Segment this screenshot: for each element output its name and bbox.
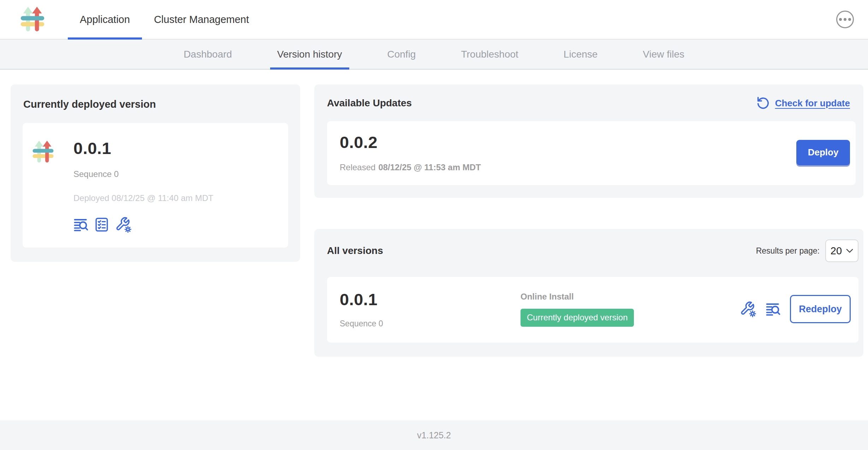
version-number: 0.0.1 [340,290,521,309]
redeploy-button[interactable]: Redeploy [790,295,851,323]
version-sequence: Sequence 0 [340,319,521,328]
deploy-button[interactable]: Deploy [796,140,850,165]
ellipsis-dot-icon [839,18,842,21]
deployed-version-number: 0.0.1 [73,138,213,158]
tab-config-label: Config [387,49,416,60]
tab-version-history-label: Version history [277,49,342,60]
all-versions-card: All versions Results per page: 20 0.0.1 … [314,229,863,357]
deployed-version-info: 0.0.1 Sequence 0 Deployed 08/12/25 @ 11:… [73,138,213,233]
topnav-tab-application-label: Application [80,14,130,25]
edit-config-icon[interactable] [115,217,131,233]
check-for-update-label: Check for update [775,98,850,109]
preflight-checks-icon[interactable] [94,217,109,232]
overflow-menu-button[interactable] [836,11,854,28]
version-row-actions: Redeploy [740,295,852,323]
tab-version-history[interactable]: Version history [270,40,349,69]
topnav-tab-cluster-management-label: Cluster Management [154,14,249,25]
update-row: 0.0.2 Released08/12/25 @ 11:53 am MDT De… [327,121,856,185]
all-versions-header: All versions Results per page: 20 [327,239,858,262]
app-logo [32,140,54,233]
deployed-sequence: Sequence 0 [73,169,213,179]
view-logs-icon[interactable] [73,217,88,232]
available-updates-card: Available Updates Check for update 0.0.2… [314,84,863,198]
ellipsis-dot-icon [848,18,851,21]
results-per-page: Results per page: 20 [756,239,858,262]
ellipsis-dot-icon [844,18,846,21]
all-versions-title: All versions [327,245,383,256]
deployed-version-panel: 0.0.1 Sequence 0 Deployed 08/12/25 @ 11:… [23,123,288,248]
chevron-down-icon [846,249,853,253]
topnav-right [836,0,868,39]
refresh-ccw-icon [756,96,770,110]
version-row-status: Online Install Currently deployed versio… [521,292,740,327]
tab-license-label: License [564,49,598,60]
tab-dashboard-label: Dashboard [184,49,232,60]
results-per-page-select[interactable]: 20 [825,239,858,262]
version-row: 0.0.1 Sequence 0 Online Install Currentl… [327,277,858,343]
released-prefix: Released [340,162,375,172]
app-subnav: Dashboard Version history Config Trouble… [0,40,868,70]
right-column: Available Updates Check for update 0.0.2… [314,84,863,357]
tab-troubleshoot[interactable]: Troubleshoot [454,40,525,69]
tab-view-files-label: View files [643,49,684,60]
available-updates-header: Available Updates Check for update [327,96,856,110]
app-logo-icon [20,6,44,33]
tab-dashboard[interactable]: Dashboard [177,40,239,69]
topnav-tabs: Application Cluster Management [68,0,261,39]
tab-license[interactable]: License [557,40,605,69]
app-logo-icon [32,140,54,164]
deployed-card-title: Currently deployed version [23,99,288,110]
available-updates-title: Available Updates [327,97,412,109]
top-navbar: Application Cluster Management [0,0,868,40]
install-type-label: Online Install [521,292,740,302]
update-version-number: 0.0.2 [340,132,481,152]
app-logo [20,0,44,39]
console-version: v1.125.2 [417,430,451,440]
tab-config[interactable]: Config [380,40,423,69]
version-row-info: 0.0.1 Sequence 0 [340,290,521,328]
tab-view-files[interactable]: View files [636,40,691,69]
results-per-page-label: Results per page: [756,246,820,256]
update-info: 0.0.2 Released08/12/25 @ 11:53 am MDT [340,132,481,172]
deployed-timestamp: Deployed 08/12/25 @ 11:40 am MDT [73,193,213,203]
check-for-update-link[interactable]: Check for update [756,96,856,110]
update-released-timestamp: Released08/12/25 @ 11:53 am MDT [340,162,481,172]
tab-troubleshoot-label: Troubleshoot [461,49,518,60]
currently-deployed-badge: Currently deployed version [521,309,634,327]
edit-config-icon[interactable] [740,301,756,317]
currently-deployed-card: Currently deployed version 0.0.1 Sequenc… [11,84,300,262]
main-content: Currently deployed version 0.0.1 Sequenc… [0,70,868,420]
results-per-page-value: 20 [831,245,842,257]
deployed-action-icons [73,217,213,233]
topnav-tab-cluster-management[interactable]: Cluster Management [142,0,261,39]
topnav-tab-application[interactable]: Application [68,0,142,39]
app-footer: v1.125.2 [0,420,868,450]
view-logs-icon[interactable] [766,302,780,316]
released-date: 08/12/25 @ 11:53 am MDT [378,162,481,172]
